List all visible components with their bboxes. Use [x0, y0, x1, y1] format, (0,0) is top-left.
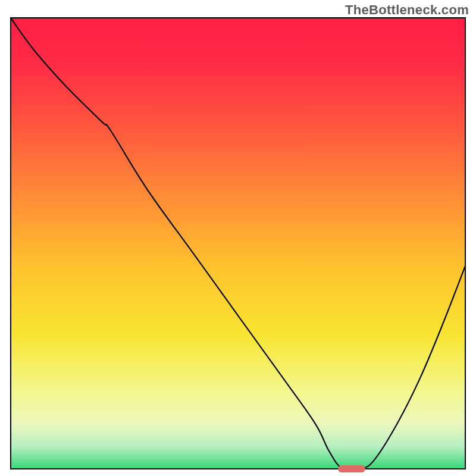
- gradient-background: [11, 18, 465, 469]
- chart-frame: TheBottleneck.com: [0, 0, 476, 476]
- optimal-marker: [338, 465, 365, 472]
- watermark-text: TheBottleneck.com: [345, 2, 469, 18]
- plot-area: [11, 18, 465, 472]
- chart-svg: [0, 0, 476, 476]
